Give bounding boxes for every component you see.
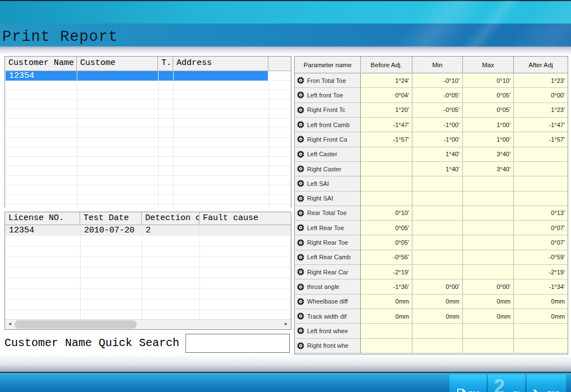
parameter-name-cell: Wheelbase diff [295,295,361,309]
page-2-button[interactable]: 2 F1 [488,375,525,392]
before-adj-cell: -1°57' [361,132,412,147]
customer-row-selected[interactable]: 12354 [6,71,268,81]
column-header-after-adj: After Adj [514,57,568,73]
after-adj-cell: -2°19' [514,265,568,279]
scrollbar-track[interactable] [15,320,281,329]
exit-button[interactable]: ESC [527,375,566,392]
print-button[interactable]: F12 [449,375,486,392]
after-adj-cell [514,147,568,162]
before-adj-cell [361,162,412,176]
parameter-row: Track width dif 0mm 0mm 0mm 0mm [295,309,568,324]
after-adj-cell [514,339,568,353]
quick-search-input[interactable] [185,334,290,353]
wheel-icon [297,312,304,320]
max-cell: 1°00' [463,132,514,147]
parameter-name-cell: Left Rear Toe [295,221,361,235]
parameter-row: Right Front Ca -1°57' -1°00' 1°00' -1°57… [295,132,568,147]
before-adj-cell [361,147,412,162]
before-adj-cell: -0°56' [361,250,412,265]
column-header-fault-cause[interactable]: Fault cause [199,212,291,225]
max-cell: 0mm [463,295,514,309]
parameter-name-cell: Right SAI [295,192,361,206]
parameter-row: Left front Camb -1°47' -1°00' 1°00' -1°4… [295,118,568,132]
history-table-body[interactable]: 12354 2010-07-20 2 [5,225,291,320]
column-header-blank[interactable] [268,57,291,71]
min-cell: 1°40' [412,162,463,176]
parameter-name-label: Rear Total Toe [307,209,347,216]
wheel-icon [297,268,304,276]
parameter-name-label: Right Front Tc [307,106,345,113]
parameter-name-cell: Rear Total Toe [295,206,361,221]
max-cell: 0°05' [463,103,514,118]
max-cell: 0°05' [463,88,514,102]
after-adj-cell: 0°00' [514,88,568,102]
parameter-name-label: Right SAI [307,195,333,202]
column-header-address[interactable]: Address [173,57,268,71]
parameter-name-cell: Fron Total Toe [295,73,361,88]
column-header-test-date[interactable]: Test Date [80,212,142,225]
max-cell [463,265,514,279]
parameter-table-header: Parameter name Before Adj. Min Max After… [295,57,568,73]
column-divider [199,225,200,320]
customer-table-body[interactable]: 12354 [5,71,291,208]
max-cell [463,339,514,353]
column-divider [173,71,174,208]
column-header-license-no[interactable]: License NO. [5,212,80,225]
scroll-right-arrow-icon[interactable]: ► [281,320,291,329]
column-header-detection-time[interactable]: Detection of time-co [142,212,199,225]
after-adj-cell: 0°13' [514,206,568,221]
max-cell: 0°00' [463,279,514,294]
parameter-row: Left SAI [295,176,568,191]
parameter-row: Left front Toe 0°04' -0°05' 0°05' 0°00' [295,88,568,102]
license-no-cell: 12354 [5,225,80,236]
parameter-name-label: thrust angle [307,283,339,290]
min-cell [412,324,463,338]
parameter-name-label: Fron Total Toe [307,77,346,84]
wheel-icon [297,209,304,217]
scrollbar-thumb[interactable] [15,320,137,329]
history-row-selected[interactable]: 12354 2010-07-20 2 [5,225,291,236]
wheel-icon [297,121,304,128]
test-date-cell: 2010-07-20 [80,225,142,236]
min-cell [412,250,463,265]
parameter-row: Right front whe [295,339,568,353]
wheel-icon [297,342,304,349]
after-adj-cell [514,324,568,338]
parameter-row: Right SAI [295,192,568,206]
column-header-custome[interactable]: Custome [77,57,158,71]
bottom-toolbar: F12 2 F1 ESC [0,372,571,392]
exit-arrow-icon [533,389,544,392]
column-header-t[interactable]: T.. [158,57,173,71]
page-2-watermark: 2 [494,377,505,392]
parameter-row: Rear Total Toe 0°10' 0°13' [295,206,568,221]
after-adj-cell: 1°23' [514,103,568,118]
history-table-header: License NO. Test Date Detection of time-… [5,212,291,225]
wheel-icon [297,91,304,99]
after-adj-cell: -1°57' [514,132,568,147]
after-adj-cell: 0mm [514,309,568,324]
parameter-name-label: Wheelbase diff [307,298,348,305]
wheel-icon [297,239,304,246]
max-cell [463,192,514,206]
horizontal-scrollbar[interactable]: ◄ ► [5,319,291,329]
before-adj-cell: 0°04' [361,88,412,102]
column-header-customer-name[interactable]: Customer Name [5,57,77,71]
parameter-table-body: Fron Total Toe 1°24' -0°10' 0°10' 1°23' [295,73,568,353]
column-header-min: Min [412,57,463,73]
scroll-left-arrow-icon[interactable]: ◄ [5,320,15,329]
before-adj-cell: 1°20' [361,103,412,118]
min-cell [412,221,463,235]
wheel-icon [297,298,304,305]
after-adj-cell [514,176,568,191]
after-adj-cell [514,162,568,176]
after-adj-cell [514,192,568,206]
before-adj-cell: 0mm [361,295,412,309]
parameter-name-label: Left SAI [307,180,329,187]
column-divider [268,71,269,208]
customer-name-cell: 12354 [9,71,34,81]
after-adj-cell: -0°59' [514,250,568,265]
parameter-row: Fron Total Toe 1°24' -0°10' 0°10' 1°23' [295,73,568,88]
column-divider [142,225,142,320]
before-adj-cell [361,324,412,338]
min-cell [412,176,463,191]
